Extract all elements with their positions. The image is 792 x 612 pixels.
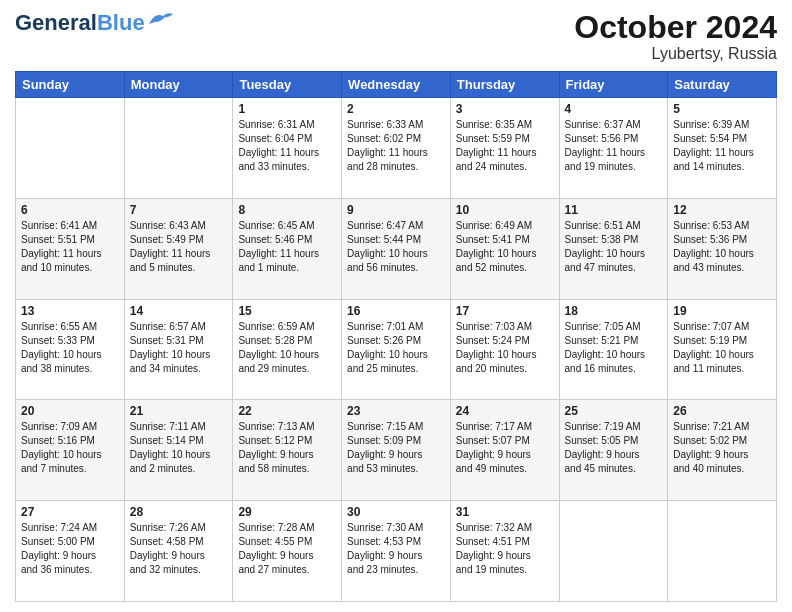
day-number: 4 — [565, 102, 663, 116]
calendar-row-3: 13Sunrise: 6:55 AM Sunset: 5:33 PM Dayli… — [16, 299, 777, 400]
table-row: 12Sunrise: 6:53 AM Sunset: 5:36 PM Dayli… — [668, 198, 777, 299]
day-info: Sunrise: 7:01 AM Sunset: 5:26 PM Dayligh… — [347, 320, 445, 376]
day-info: Sunrise: 7:30 AM Sunset: 4:53 PM Dayligh… — [347, 521, 445, 577]
day-number: 16 — [347, 304, 445, 318]
day-number: 19 — [673, 304, 771, 318]
subtitle: Lyubertsy, Russia — [574, 45, 777, 63]
day-info: Sunrise: 6:51 AM Sunset: 5:38 PM Dayligh… — [565, 219, 663, 275]
header-monday: Monday — [124, 72, 233, 98]
table-row: 10Sunrise: 6:49 AM Sunset: 5:41 PM Dayli… — [450, 198, 559, 299]
day-number: 24 — [456, 404, 554, 418]
day-number: 29 — [238, 505, 336, 519]
day-info: Sunrise: 6:39 AM Sunset: 5:54 PM Dayligh… — [673, 118, 771, 174]
day-number: 26 — [673, 404, 771, 418]
day-info: Sunrise: 6:41 AM Sunset: 5:51 PM Dayligh… — [21, 219, 119, 275]
day-number: 25 — [565, 404, 663, 418]
day-number: 14 — [130, 304, 228, 318]
day-number: 1 — [238, 102, 336, 116]
day-info: Sunrise: 7:26 AM Sunset: 4:58 PM Dayligh… — [130, 521, 228, 577]
table-row: 18Sunrise: 7:05 AM Sunset: 5:21 PM Dayli… — [559, 299, 668, 400]
header-wednesday: Wednesday — [342, 72, 451, 98]
day-info: Sunrise: 7:03 AM Sunset: 5:24 PM Dayligh… — [456, 320, 554, 376]
day-number: 10 — [456, 203, 554, 217]
day-info: Sunrise: 7:28 AM Sunset: 4:55 PM Dayligh… — [238, 521, 336, 577]
day-number: 28 — [130, 505, 228, 519]
table-row: 11Sunrise: 6:51 AM Sunset: 5:38 PM Dayli… — [559, 198, 668, 299]
day-number: 11 — [565, 203, 663, 217]
table-row — [124, 98, 233, 199]
calendar-table: Sunday Monday Tuesday Wednesday Thursday… — [15, 71, 777, 602]
table-row: 8Sunrise: 6:45 AM Sunset: 5:46 PM Daylig… — [233, 198, 342, 299]
day-number: 12 — [673, 203, 771, 217]
day-info: Sunrise: 7:15 AM Sunset: 5:09 PM Dayligh… — [347, 420, 445, 476]
header-saturday: Saturday — [668, 72, 777, 98]
calendar-row-5: 27Sunrise: 7:24 AM Sunset: 5:00 PM Dayli… — [16, 501, 777, 602]
day-number: 18 — [565, 304, 663, 318]
day-info: Sunrise: 6:49 AM Sunset: 5:41 PM Dayligh… — [456, 219, 554, 275]
table-row: 22Sunrise: 7:13 AM Sunset: 5:12 PM Dayli… — [233, 400, 342, 501]
day-number: 8 — [238, 203, 336, 217]
table-row: 28Sunrise: 7:26 AM Sunset: 4:58 PM Dayli… — [124, 501, 233, 602]
table-row: 31Sunrise: 7:32 AM Sunset: 4:51 PM Dayli… — [450, 501, 559, 602]
calendar-row-2: 6Sunrise: 6:41 AM Sunset: 5:51 PM Daylig… — [16, 198, 777, 299]
table-row: 29Sunrise: 7:28 AM Sunset: 4:55 PM Dayli… — [233, 501, 342, 602]
table-row: 14Sunrise: 6:57 AM Sunset: 5:31 PM Dayli… — [124, 299, 233, 400]
day-info: Sunrise: 6:57 AM Sunset: 5:31 PM Dayligh… — [130, 320, 228, 376]
table-row: 2Sunrise: 6:33 AM Sunset: 6:02 PM Daylig… — [342, 98, 451, 199]
day-number: 30 — [347, 505, 445, 519]
table-row: 4Sunrise: 6:37 AM Sunset: 5:56 PM Daylig… — [559, 98, 668, 199]
logo-text: GeneralBlue — [15, 10, 145, 36]
table-row — [668, 501, 777, 602]
logo: GeneralBlue — [15, 10, 175, 36]
day-info: Sunrise: 6:35 AM Sunset: 5:59 PM Dayligh… — [456, 118, 554, 174]
day-number: 23 — [347, 404, 445, 418]
table-row: 13Sunrise: 6:55 AM Sunset: 5:33 PM Dayli… — [16, 299, 125, 400]
day-number: 3 — [456, 102, 554, 116]
day-info: Sunrise: 7:09 AM Sunset: 5:16 PM Dayligh… — [21, 420, 119, 476]
table-row: 20Sunrise: 7:09 AM Sunset: 5:16 PM Dayli… — [16, 400, 125, 501]
day-info: Sunrise: 6:37 AM Sunset: 5:56 PM Dayligh… — [565, 118, 663, 174]
table-row: 30Sunrise: 7:30 AM Sunset: 4:53 PM Dayli… — [342, 501, 451, 602]
day-info: Sunrise: 7:21 AM Sunset: 5:02 PM Dayligh… — [673, 420, 771, 476]
calendar-row-1: 1Sunrise: 6:31 AM Sunset: 6:04 PM Daylig… — [16, 98, 777, 199]
logo-bird-icon — [147, 10, 175, 28]
day-info: Sunrise: 7:17 AM Sunset: 5:07 PM Dayligh… — [456, 420, 554, 476]
day-number: 9 — [347, 203, 445, 217]
table-row: 17Sunrise: 7:03 AM Sunset: 5:24 PM Dayli… — [450, 299, 559, 400]
title-area: October 2024 Lyubertsy, Russia — [574, 10, 777, 63]
table-row: 26Sunrise: 7:21 AM Sunset: 5:02 PM Dayli… — [668, 400, 777, 501]
table-row — [16, 98, 125, 199]
day-info: Sunrise: 7:11 AM Sunset: 5:14 PM Dayligh… — [130, 420, 228, 476]
day-info: Sunrise: 6:45 AM Sunset: 5:46 PM Dayligh… — [238, 219, 336, 275]
header-sunday: Sunday — [16, 72, 125, 98]
day-info: Sunrise: 7:19 AM Sunset: 5:05 PM Dayligh… — [565, 420, 663, 476]
day-info: Sunrise: 6:33 AM Sunset: 6:02 PM Dayligh… — [347, 118, 445, 174]
table-row: 16Sunrise: 7:01 AM Sunset: 5:26 PM Dayli… — [342, 299, 451, 400]
day-number: 2 — [347, 102, 445, 116]
day-number: 7 — [130, 203, 228, 217]
day-info: Sunrise: 7:32 AM Sunset: 4:51 PM Dayligh… — [456, 521, 554, 577]
day-info: Sunrise: 7:05 AM Sunset: 5:21 PM Dayligh… — [565, 320, 663, 376]
month-title: October 2024 — [574, 10, 777, 45]
header: GeneralBlue October 2024 Lyubertsy, Russ… — [15, 10, 777, 63]
table-row: 21Sunrise: 7:11 AM Sunset: 5:14 PM Dayli… — [124, 400, 233, 501]
table-row: 19Sunrise: 7:07 AM Sunset: 5:19 PM Dayli… — [668, 299, 777, 400]
table-row: 9Sunrise: 6:47 AM Sunset: 5:44 PM Daylig… — [342, 198, 451, 299]
day-info: Sunrise: 6:59 AM Sunset: 5:28 PM Dayligh… — [238, 320, 336, 376]
day-info: Sunrise: 7:24 AM Sunset: 5:00 PM Dayligh… — [21, 521, 119, 577]
day-info: Sunrise: 6:47 AM Sunset: 5:44 PM Dayligh… — [347, 219, 445, 275]
day-number: 13 — [21, 304, 119, 318]
table-row: 15Sunrise: 6:59 AM Sunset: 5:28 PM Dayli… — [233, 299, 342, 400]
table-row: 3Sunrise: 6:35 AM Sunset: 5:59 PM Daylig… — [450, 98, 559, 199]
day-number: 20 — [21, 404, 119, 418]
day-info: Sunrise: 6:43 AM Sunset: 5:49 PM Dayligh… — [130, 219, 228, 275]
header-thursday: Thursday — [450, 72, 559, 98]
table-row: 25Sunrise: 7:19 AM Sunset: 5:05 PM Dayli… — [559, 400, 668, 501]
header-tuesday: Tuesday — [233, 72, 342, 98]
day-number: 31 — [456, 505, 554, 519]
day-info: Sunrise: 6:53 AM Sunset: 5:36 PM Dayligh… — [673, 219, 771, 275]
day-number: 5 — [673, 102, 771, 116]
table-row: 27Sunrise: 7:24 AM Sunset: 5:00 PM Dayli… — [16, 501, 125, 602]
day-info: Sunrise: 7:07 AM Sunset: 5:19 PM Dayligh… — [673, 320, 771, 376]
table-row: 1Sunrise: 6:31 AM Sunset: 6:04 PM Daylig… — [233, 98, 342, 199]
